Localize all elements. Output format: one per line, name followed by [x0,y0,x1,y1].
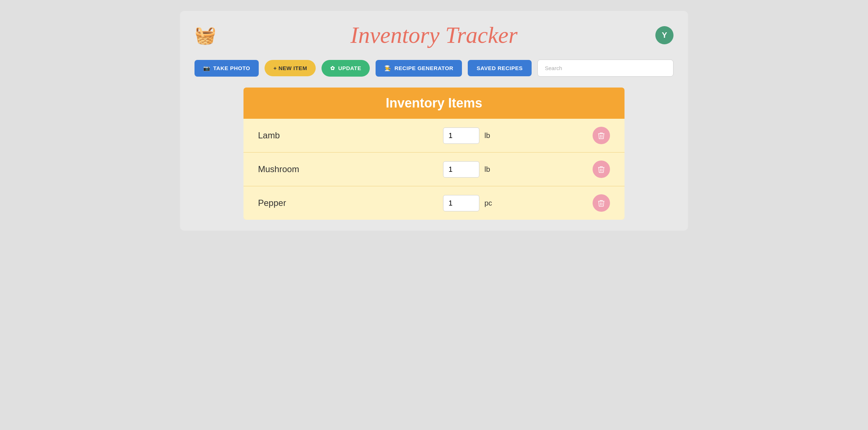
search-input[interactable] [537,60,674,77]
table-row: Mushroom lb [243,153,625,186]
item-quantity-wrapper: lb [399,161,540,178]
inventory-header: Inventory Items [243,88,625,119]
item-quantity-input[interactable] [443,195,479,211]
table-row: Pepper pc [243,186,625,220]
delete-item-button[interactable] [593,127,610,144]
update-button[interactable]: ✿ UPDATE [322,60,370,77]
app-container: 🧺 Inventory Tracker Y 📷 TAKE PHOTO + NEW… [180,11,688,231]
app-title: Inventory Tracker [351,22,517,49]
inventory-list: Lamb lb Mushroom lb [243,119,625,220]
take-photo-button[interactable]: 📷 TAKE PHOTO [195,60,259,77]
item-quantity-input[interactable] [443,161,479,178]
item-delete-wrapper [540,161,610,178]
delete-item-button[interactable] [593,161,610,178]
table-row: Lamb lb [243,119,625,153]
update-icon: ✿ [330,65,335,72]
trash-icon [598,199,605,207]
toolbar: 📷 TAKE PHOTO + NEW ITEM ✿ UPDATE 👨‍🍳 REC… [195,60,673,77]
update-label: UPDATE [338,65,361,71]
item-quantity-wrapper: lb [399,127,540,144]
item-name: Lamb [258,130,399,141]
chef-icon: 👨‍🍳 [384,65,392,72]
header: 🧺 Inventory Tracker Y [195,22,673,49]
item-name: Mushroom [258,164,399,174]
item-name: Pepper [258,198,399,208]
user-avatar[interactable]: Y [655,26,673,44]
item-unit: lb [484,165,495,174]
saved-recipes-label: SAVED RECIPES [476,65,523,71]
trash-icon [598,166,605,173]
recipe-generator-button[interactable]: 👨‍🍳 RECIPE GENERATOR [376,60,462,77]
inventory-container: Inventory Items Lamb lb Mushroom lb [243,88,625,220]
item-unit: pc [484,199,495,207]
new-item-button[interactable]: + NEW ITEM [265,60,316,76]
recipe-generator-label: RECIPE GENERATOR [394,65,453,71]
inventory-title: Inventory Items [251,96,617,111]
saved-recipes-button[interactable]: SAVED RECIPES [468,60,531,76]
camera-icon: 📷 [203,65,210,72]
item-quantity-wrapper: pc [399,195,540,211]
take-photo-label: TAKE PHOTO [213,65,250,71]
item-unit: lb [484,131,495,140]
delete-item-button[interactable] [593,194,610,212]
item-quantity-input[interactable] [443,127,479,144]
new-item-label: + NEW ITEM [273,65,307,71]
logo-icon: 🧺 [195,25,216,45]
trash-icon [598,132,605,139]
item-delete-wrapper [540,127,610,144]
item-delete-wrapper [540,194,610,212]
